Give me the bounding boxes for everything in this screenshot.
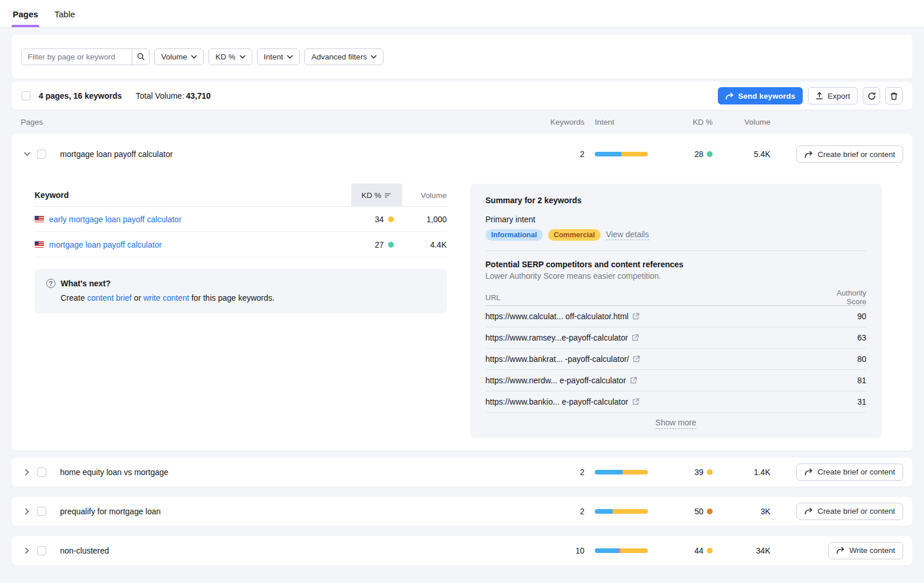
- intent-bar: [595, 548, 648, 553]
- write-content-button[interactable]: Write content: [828, 542, 903, 559]
- competitor-row: https://www.ramsey...e-payoff-calculator…: [486, 327, 867, 349]
- external-link-icon[interactable]: [632, 313, 639, 320]
- keyword-volume: 4.4K: [402, 240, 447, 249]
- write-content-link[interactable]: write content: [143, 293, 189, 302]
- us-flag-icon: [35, 216, 44, 222]
- kd-filter-dropdown[interactable]: KD %: [208, 48, 252, 65]
- keyword-link[interactable]: early mortgage loan payoff calculator: [49, 215, 181, 224]
- expand-chevron-icon[interactable]: [21, 544, 33, 557]
- export-label: Export: [828, 92, 850, 100]
- kd-dot: [707, 469, 713, 475]
- competitor-url: https://www.nerdw... e-payoff-calculator: [486, 376, 626, 385]
- search-input[interactable]: [22, 49, 132, 65]
- delete-button[interactable]: [885, 87, 903, 104]
- create-brief-button[interactable]: Create brief or content: [796, 503, 903, 520]
- search-icon: [137, 53, 145, 61]
- trash-icon: [890, 92, 898, 100]
- kd-header-label: KD %: [362, 191, 382, 200]
- keyword-link[interactable]: mortgage loan payoff calculator: [49, 240, 162, 249]
- keyword-volume: 1,000: [402, 215, 447, 224]
- send-keywords-button[interactable]: Send keywords: [718, 87, 803, 104]
- volume-filter-dropdown[interactable]: Volume: [154, 48, 204, 65]
- create-brief-label: Create brief or content: [818, 150, 895, 159]
- search-box: [21, 48, 150, 65]
- volume-value: 5.4K: [713, 150, 770, 159]
- whats-next-title: What's next?: [61, 279, 111, 288]
- export-button[interactable]: Export: [808, 87, 858, 104]
- list-column-header: Pages Keywords Intent KD % Volume: [12, 110, 912, 134]
- intent-badge-commercial: Commercial: [548, 229, 601, 241]
- row-checkbox[interactable]: [37, 546, 46, 555]
- page-row: home equity loan vs mortgage 2 39 1.4K C…: [12, 458, 912, 487]
- column-kd-sorted[interactable]: KD %: [351, 184, 402, 207]
- collapse-chevron-icon[interactable]: [21, 148, 33, 160]
- page-title: home equity loan vs mortgage: [57, 468, 544, 477]
- send-arrow-icon: [725, 92, 734, 100]
- authority-score: 80: [832, 354, 866, 364]
- volume-value: 3K: [713, 507, 770, 516]
- send-arrow-icon: [804, 507, 813, 515]
- us-flag-icon: [35, 241, 44, 248]
- competitor-row: https://www.nerdw... e-payoff-calculator…: [486, 370, 867, 391]
- kd-value: 28: [694, 150, 703, 159]
- primary-intent-label: Primary intent: [486, 215, 867, 224]
- expand-chevron-icon[interactable]: [21, 466, 33, 479]
- send-arrow-icon: [804, 151, 813, 158]
- intent-filter-dropdown[interactable]: Intent: [257, 48, 300, 65]
- row-checkbox[interactable]: [37, 468, 46, 477]
- kd-value: 44: [694, 546, 703, 555]
- competitor-url: https://www.calculat... off-calculator.h…: [486, 312, 629, 321]
- row-checkbox[interactable]: [37, 507, 46, 516]
- intent-bar: [595, 152, 648, 156]
- create-brief-button[interactable]: Create brief or content: [796, 145, 903, 163]
- external-link-icon[interactable]: [630, 377, 637, 384]
- expand-chevron-icon[interactable]: [21, 505, 33, 518]
- kd-filter-label: KD %: [215, 53, 236, 61]
- external-link-icon[interactable]: [632, 398, 639, 405]
- total-volume-label: Total Volume:: [136, 91, 184, 100]
- total-volume-value: 43,710: [186, 91, 211, 100]
- volume-value: 1.4K: [713, 468, 770, 477]
- chevron-down-icon: [287, 55, 293, 59]
- view-details-link[interactable]: View details: [606, 230, 649, 241]
- external-link-icon[interactable]: [632, 334, 639, 341]
- page-row: prequalify for mortgage loan 2 50 3K Cre…: [12, 497, 912, 526]
- column-volume: Volume: [713, 118, 770, 126]
- show-more-link[interactable]: Show more: [655, 418, 696, 429]
- select-all-checkbox[interactable]: [21, 91, 31, 100]
- competitor-url: https://www.bankio... e-payoff-calculato…: [486, 397, 628, 406]
- whats-next-middle: or: [132, 293, 143, 302]
- keywords-count: 2: [544, 150, 584, 159]
- summary-panel: Summary for 2 keywords Primary intent In…: [470, 184, 882, 438]
- tab-pages[interactable]: Pages: [12, 2, 39, 27]
- keyword-row: early mortgage loan payoff calculator 34…: [35, 207, 447, 232]
- page-title: prequalify for mortgage loan: [57, 507, 544, 516]
- content-brief-link[interactable]: content brief: [87, 293, 132, 302]
- competitors-subtitle: Lower Authority Score means easier compe…: [486, 271, 867, 281]
- keywords-count: 10: [544, 546, 584, 555]
- advanced-filters-dropdown[interactable]: Advanced filters: [304, 48, 383, 65]
- send-arrow-icon: [836, 547, 845, 554]
- kd-dot: [707, 548, 713, 554]
- column-keyword: Keyword: [35, 190, 351, 200]
- kd-dot: [388, 242, 394, 248]
- chevron-down-icon: [371, 55, 377, 59]
- refresh-button[interactable]: [863, 87, 880, 104]
- column-keywords: Keywords: [544, 118, 584, 126]
- create-brief-label: Create brief or content: [818, 468, 895, 476]
- search-button[interactable]: [132, 49, 149, 65]
- column-pages: Pages: [21, 118, 544, 126]
- write-content-label: Write content: [850, 546, 895, 555]
- keywords-count: 2: [544, 468, 584, 477]
- kd-value: 27: [375, 240, 384, 249]
- intent-bar: [595, 509, 648, 514]
- authority-score: 31: [832, 397, 866, 406]
- create-brief-button[interactable]: Create brief or content: [796, 464, 903, 481]
- competitor-url: https://www.bankrat... -payoff-calculato…: [486, 354, 629, 364]
- row-checkbox[interactable]: [37, 150, 46, 159]
- authority-score: 63: [832, 333, 866, 342]
- whats-next-box: ? What's next? Create content brief or w…: [35, 269, 447, 313]
- tab-table[interactable]: Table: [53, 2, 76, 27]
- chevron-down-icon: [240, 55, 245, 59]
- external-link-icon[interactable]: [633, 356, 640, 362]
